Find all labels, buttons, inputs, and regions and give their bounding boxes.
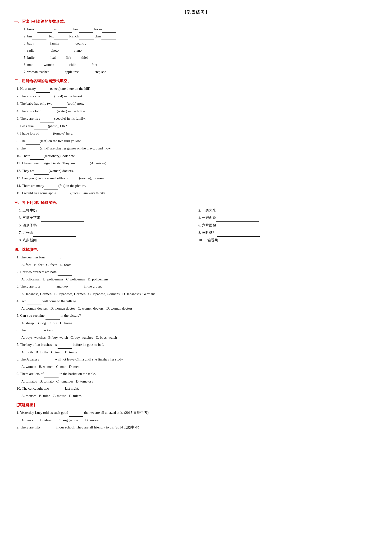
section5-title: 【真题链接】 xyxy=(14,403,378,408)
section3-items: 1. 三杯牛奶 2. 一袋大米 3. 三篮子苹果 4. 一碗面条 5. 四盒子书… xyxy=(19,207,378,244)
page-title: 【巩固练习】 xyxy=(14,9,378,15)
section2-title: 二、用所给名词的适当形式填空。 xyxy=(14,79,378,84)
section4-title: 四、选择填空。 xyxy=(14,247,378,252)
section1-lines: 1. broom car tree horse 2. bus fox branc… xyxy=(14,26,378,75)
section3-title: 三、将下列词组译成汉语。 xyxy=(14,200,378,205)
section2-lines: 1. How many(sheep) are there on the hill… xyxy=(14,85,378,197)
section5-questions: 1. Yesterday Lucy told us such good that… xyxy=(14,409,378,431)
section1-title: 一、写出下列名词的复数形式。 xyxy=(14,19,378,24)
section4-questions: 1. The deer has four . A. foot B. feet C… xyxy=(14,254,378,399)
